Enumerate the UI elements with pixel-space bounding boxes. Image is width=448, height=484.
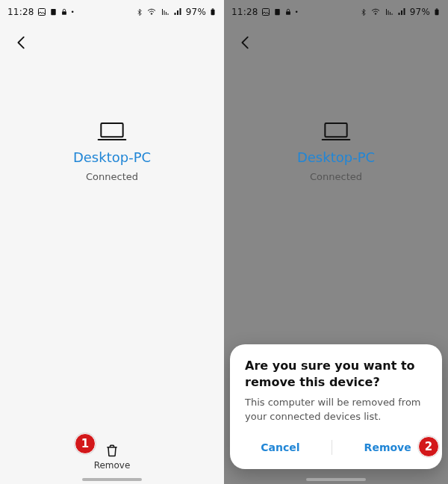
remove-label: Remove [94, 460, 131, 471]
svg-rect-2 [62, 11, 66, 15]
cancel-button[interactable]: Cancel [261, 441, 299, 453]
back-button[interactable] [10, 31, 33, 54]
device-status: Connected [310, 171, 362, 182]
svg-point-10 [375, 13, 376, 15]
bluetooth-icon [360, 7, 367, 17]
device-name: Desktop-PC [73, 149, 151, 165]
status-right: 97% [360, 7, 441, 17]
phone-right: 11:28 • 97% Desktop-PC Conn [224, 0, 448, 484]
laptop-icon [320, 120, 352, 143]
svg-rect-6 [101, 123, 122, 137]
dialog-body: This computer will be removed from your … [245, 396, 427, 424]
svg-rect-5 [212, 8, 214, 9]
status-time: 11:28 [231, 7, 258, 17]
battery-icon [433, 7, 441, 17]
battery-percent: 97% [410, 7, 430, 17]
dialog-title: Are you sure you want to remove this dev… [245, 358, 427, 390]
lock-icon [284, 7, 292, 16]
step-badge-1: 1 [75, 433, 96, 454]
svg-rect-8 [275, 9, 279, 15]
phone-left: 11:28 • 97% Desktop-PC Conn [0, 0, 224, 484]
back-button[interactable] [234, 31, 257, 54]
status-bar: 11:28 • 97% [0, 0, 224, 24]
svg-rect-13 [325, 123, 346, 137]
card-icon [49, 7, 57, 16]
svg-rect-9 [286, 11, 290, 15]
svg-rect-7 [262, 9, 269, 16]
status-right: 97% [136, 7, 217, 17]
home-indicator[interactable] [306, 478, 366, 481]
battery-icon [209, 7, 217, 17]
remove-action[interactable]: Remove [0, 442, 224, 471]
device-status: Connected [86, 171, 138, 182]
svg-point-3 [151, 13, 152, 15]
lock-icon [60, 7, 68, 16]
image-icon [37, 7, 46, 16]
status-dot: • [71, 8, 75, 16]
chevron-left-icon [237, 34, 254, 51]
battery-percent: 97% [186, 7, 206, 17]
status-bar: 11:28 • 97% [224, 0, 448, 24]
step-badge-2: 2 [418, 436, 439, 457]
volte-icon [160, 7, 170, 16]
wifi-calling-icon [146, 7, 157, 16]
card-icon [273, 7, 281, 16]
signal-icon [397, 7, 407, 16]
laptop-icon [96, 120, 128, 143]
dialog-divider [332, 440, 332, 455]
trash-icon [105, 442, 119, 459]
status-left: 11:28 • [7, 7, 75, 17]
svg-rect-1 [51, 9, 55, 15]
chevron-left-icon [13, 34, 30, 51]
status-left: 11:28 • [231, 7, 299, 17]
svg-rect-12 [436, 8, 438, 9]
device-card: Desktop-PC Connected [0, 120, 224, 182]
signal-icon [173, 7, 183, 16]
svg-rect-0 [38, 9, 45, 16]
device-name: Desktop-PC [297, 149, 375, 165]
wifi-calling-icon [370, 7, 381, 16]
confirm-dialog: Are you sure you want to remove this dev… [230, 344, 442, 469]
home-indicator[interactable] [82, 478, 142, 481]
device-card: Desktop-PC Connected [224, 120, 448, 182]
volte-icon [384, 7, 394, 16]
remove-button[interactable]: Remove [364, 441, 411, 453]
dialog-actions: Cancel Remove [245, 435, 427, 460]
status-dot: • [295, 8, 299, 16]
status-time: 11:28 [7, 7, 34, 17]
svg-rect-11 [435, 10, 439, 16]
two-phone-comparison: 11:28 • 97% Desktop-PC Conn [0, 0, 448, 484]
bluetooth-icon [136, 7, 143, 17]
image-icon [261, 7, 270, 16]
svg-rect-4 [211, 10, 215, 16]
